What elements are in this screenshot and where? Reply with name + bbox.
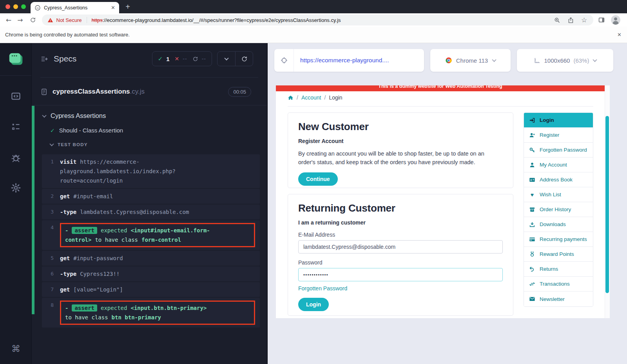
- breadcrumb-login: Login: [329, 94, 342, 101]
- command-number: 5: [42, 254, 60, 263]
- command-row-assert-annotated[interactable]: 4-assertexpected<input#input-email.form-…: [42, 220, 260, 250]
- automation-notice-text: Chrome is being controlled by automated …: [5, 27, 130, 43]
- reload-icon[interactable]: [30, 17, 36, 23]
- viewport-selector[interactable]: 1000x660 (63%): [517, 49, 613, 72]
- continue-button[interactable]: Continue: [298, 172, 338, 186]
- test-body-row[interactable]: TEST BODY: [50, 142, 88, 147]
- viewport-chevron-icon: [593, 58, 597, 62]
- command-row[interactable]: 2get#input-email: [42, 189, 260, 204]
- password-field[interactable]: [298, 268, 503, 281]
- new-tab-button[interactable]: +: [123, 2, 132, 11]
- account-menu-item-wish-list[interactable]: ♥Wish List: [524, 187, 593, 202]
- command-row[interactable]: 6-typeCypress123!!: [42, 266, 260, 281]
- aut-url-text[interactable]: https://ecommerce-playground....: [294, 57, 395, 64]
- returning-customer-title: Returning Customer: [298, 202, 503, 214]
- home-icon[interactable]: [288, 95, 294, 101]
- spec-file-row[interactable]: cypressClassAssertions .cy.js 00:05: [40, 82, 251, 101]
- runs-checklist-icon[interactable]: [0, 121, 32, 132]
- site-scrollbar[interactable]: [605, 85, 610, 318]
- login-button[interactable]: Login: [298, 298, 329, 311]
- url-rest: ://ecommerce-playground.lambdatest.io/__…: [103, 17, 341, 23]
- command-segment: control>: [65, 237, 91, 243]
- suite-title: Cypress Assertions: [51, 112, 106, 120]
- test-row[interactable]: ✓ Should - Class Assertion: [50, 127, 123, 134]
- close-window-button[interactable]: [5, 4, 10, 9]
- account-menu-label: Reward Points: [540, 251, 574, 257]
- back-icon[interactable]: ←: [6, 16, 11, 24]
- account-menu-label: Forgotten Password: [540, 147, 587, 153]
- account-menu-item-order-history[interactable]: Order History: [524, 202, 593, 217]
- account-menu-item-register[interactable]: Register: [524, 128, 593, 143]
- account-menu-item-my-account[interactable]: My Account: [524, 158, 593, 172]
- suite-row[interactable]: Cypress Assertions: [43, 112, 106, 120]
- url-text[interactable]: https://ecommerce-playground.lambdatest.…: [92, 17, 547, 23]
- account-menu-label: Downloads: [540, 221, 566, 227]
- share-icon[interactable]: [567, 17, 574, 24]
- account-menu-item-returns[interactable]: Returns: [524, 262, 593, 277]
- account-menu-item-recurring-payments[interactable]: Recurring payments: [524, 232, 593, 247]
- account-menu-label: Transactions: [540, 281, 570, 287]
- browser-selector[interactable]: Chrome 113: [430, 49, 511, 72]
- settings-gear-icon[interactable]: [0, 183, 32, 193]
- command-row[interactable]: 3-typelambdatest.Cypress@disposable.com: [42, 205, 260, 219]
- pending-count: --: [202, 56, 206, 62]
- rail-divider: [0, 75, 31, 76]
- reporter-title: Specs: [54, 54, 76, 63]
- browser-tab[interactable]: cy Cypress_Assertions ✕: [31, 2, 119, 13]
- command-segment: playground.lambdatest.io/index.php?: [60, 168, 176, 174]
- undo-icon: [529, 266, 535, 272]
- rerun-button[interactable]: [235, 52, 253, 66]
- minimize-window-button[interactable]: [13, 4, 18, 9]
- account-menu-item-transactions[interactable]: Transactions: [524, 277, 593, 292]
- command-segment: -type: [60, 209, 76, 215]
- command-body: get#input-email: [60, 192, 257, 201]
- side-panel-icon[interactable]: [598, 16, 605, 24]
- assert-message: -assertexpected<input#input-email.form-c…: [60, 223, 255, 247]
- not-secure-label[interactable]: Not Secure: [56, 17, 82, 23]
- selector-playground-button[interactable]: [274, 49, 294, 72]
- email-field[interactable]: [298, 240, 503, 254]
- tab-close-icon[interactable]: ✕: [111, 5, 115, 11]
- test-stats: ✓ 1 ✕ -- --: [152, 51, 212, 66]
- forward-icon[interactable]: →: [17, 16, 23, 24]
- browser-selector-label: Chrome 113: [456, 57, 488, 64]
- reporter-controls: [217, 51, 253, 66]
- site-scrollbar-thumb[interactable]: [605, 116, 609, 293]
- forgotten-password-link[interactable]: Forgotten Password: [298, 285, 347, 292]
- cypress-reporter: Specs ✓ 1 ✕ -- -- cypressClassAssertions…: [32, 43, 268, 364]
- command-number: 2: [42, 192, 60, 201]
- account-menu-item-downloads[interactable]: Downloads: [524, 217, 593, 232]
- command-row-assert-annotated[interactable]: 8-assertexpected<input.btn.btn-primary>t…: [42, 298, 260, 328]
- register-account-subtitle: Register Account: [298, 138, 503, 144]
- bookmark-star-icon[interactable]: ☆: [581, 17, 588, 24]
- command-segment: get: [60, 286, 70, 293]
- keyboard-shortcuts-icon[interactable]: ⌘: [0, 344, 32, 354]
- maximize-window-button[interactable]: [21, 4, 26, 9]
- email-label: E-Mail Address: [298, 232, 503, 238]
- window-controls[interactable]: [5, 4, 26, 9]
- account-menu-item-reward-points[interactable]: Reward Points: [524, 247, 593, 262]
- zoom-page-icon[interactable]: [554, 17, 560, 24]
- automation-notice-bar: Chrome is being controlled by automated …: [0, 27, 627, 43]
- profile-avatar[interactable]: [611, 15, 621, 25]
- user-plus-icon: [529, 132, 535, 138]
- command-row[interactable]: 5get#input-password: [42, 251, 260, 266]
- omnibox[interactable]: Not Secure https://ecommerce-playground.…: [42, 14, 594, 25]
- account-menu-label: Recurring payments: [540, 236, 587, 242]
- specs-nav-icon[interactable]: [0, 91, 32, 101]
- specs-list-icon[interactable]: [40, 55, 49, 63]
- breadcrumb-account-link[interactable]: Account: [301, 94, 321, 101]
- command-row[interactable]: 7get[value="Login"]: [42, 282, 260, 297]
- debug-bug-icon[interactable]: [0, 152, 32, 163]
- command-row[interactable]: 1visithttps://ecommerce-playground.lambd…: [42, 154, 260, 188]
- account-menu-item-login[interactable]: Login: [524, 113, 593, 128]
- notice-close-icon[interactable]: ✕: [617, 27, 622, 43]
- account-menu-item-newsletter[interactable]: Newsletter: [524, 292, 593, 306]
- account-menu-item-forgotten-password[interactable]: Forgotten Password: [524, 143, 593, 158]
- suite-collapse-icon[interactable]: [42, 113, 46, 117]
- test-body-collapse-icon[interactable]: [49, 142, 54, 146]
- cypress-logo-icon[interactable]: [7, 50, 25, 68]
- assert-badge: assert: [72, 227, 97, 234]
- collapse-chevron-button[interactable]: [217, 52, 235, 66]
- account-menu-item-address-book[interactable]: Address Book: [524, 172, 593, 187]
